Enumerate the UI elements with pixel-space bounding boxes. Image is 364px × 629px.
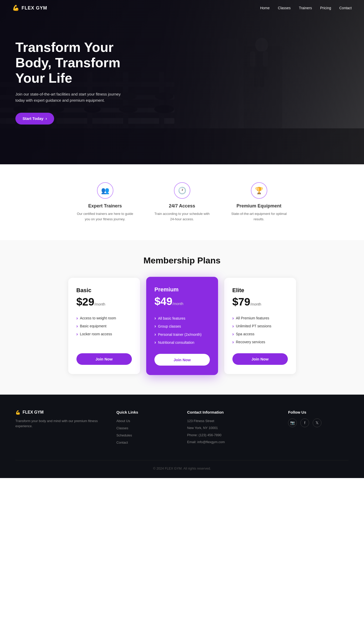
- nav-links: HomeClassesTrainersPricingContact: [260, 6, 352, 10]
- plan-price: $79/month: [232, 296, 288, 308]
- footer-logo: 💪 FLEX GYM: [15, 410, 106, 415]
- plan-amount: $79: [232, 296, 250, 308]
- footer-address2: New York, NY 10001: [187, 425, 278, 431]
- features-section: 👥 Expert Trainers Our certified trainers…: [0, 164, 364, 240]
- hero-cta-label: Start Today: [23, 116, 43, 121]
- join-now-button-basic[interactable]: Join Now: [76, 353, 132, 365]
- plan-price: $49/month: [154, 295, 210, 308]
- plan-feature: Group classes: [154, 322, 210, 330]
- feature-item: 🕐 24/7 Access Train according to your sc…: [154, 182, 210, 222]
- twitter-icon[interactable]: 𝕏: [313, 418, 321, 427]
- plan-features-list: Access to weight roomBasic equipmentLock…: [76, 314, 132, 346]
- nav-link-pricing[interactable]: Pricing: [320, 6, 331, 10]
- hero-content: Transform Your Body, Transform Your Life…: [0, 40, 154, 124]
- copyright-text: © 2024 FLEX GYM. All rights reserved.: [153, 466, 211, 470]
- plan-feature: Unlimited PT sessions: [232, 322, 288, 330]
- plan-features-list: All basic featuresGroup classesPersonal …: [154, 314, 210, 346]
- footer-link-item: Classes: [116, 426, 177, 430]
- plan-amount: $29: [76, 296, 94, 308]
- footer-social-col: Follow Us 📷 f 𝕏: [288, 410, 349, 447]
- footer-links-title: Quick Links: [116, 410, 177, 414]
- brand-name: FLEX GYM: [22, 5, 47, 11]
- plan-name: Basic: [76, 287, 132, 294]
- plan-feature: Recovery services: [232, 338, 288, 346]
- footer-address1: 123 Fitness Street: [187, 418, 278, 424]
- plan-name: Premium: [154, 286, 210, 293]
- feature-icon-wrap: 👥: [97, 182, 113, 199]
- feature-item: 🏆 Premium Equipment State-of-the-art equ…: [231, 182, 287, 222]
- plan-features-list: All Premium featuresUnlimited PT session…: [232, 314, 288, 346]
- plan-feature: All basic features: [154, 314, 210, 322]
- plan-period: /month: [172, 302, 183, 306]
- plan-feature: Access to weight room: [76, 314, 132, 322]
- footer-link-classes[interactable]: Classes: [116, 426, 128, 430]
- plan-card-elite: Elite $79/month All Premium featuresUnli…: [224, 278, 296, 374]
- footer-brand-col: 💪 FLEX GYM Transform your body and mind …: [15, 410, 106, 447]
- footer-link-item: About Us: [116, 418, 177, 423]
- feature-item: 👥 Expert Trainers Our certified trainers…: [77, 182, 133, 222]
- logo-icon: 💪: [12, 5, 19, 11]
- feature-desc: State-of-the-art equipment for optimal r…: [231, 211, 287, 222]
- nav-link-contact[interactable]: Contact: [339, 6, 352, 10]
- footer-brand-name: FLEX GYM: [23, 410, 44, 415]
- footer: 💪 FLEX GYM Transform your body and mind …: [0, 395, 364, 478]
- footer-links-col: Quick Links About UsClassesSchedulesCont…: [116, 410, 177, 447]
- feature-icon-wrap: 🕐: [174, 182, 190, 199]
- plan-name: Elite: [232, 287, 288, 294]
- footer-quick-links: About UsClassesSchedulesContact: [116, 418, 177, 445]
- equipment-icon: 🏆: [255, 187, 263, 195]
- hero-subtitle: Join our state-of-the-art facilities and…: [15, 91, 123, 103]
- access-icon: 🕐: [178, 187, 186, 195]
- join-now-button-premium[interactable]: Join Now: [154, 354, 210, 366]
- plan-feature: Personal trainer (2x/month): [154, 330, 210, 338]
- nav-link-classes[interactable]: Classes: [278, 6, 291, 10]
- footer-contact-col: Contact Information 123 Fitness Street N…: [187, 410, 278, 447]
- feature-icon-wrap: 🏆: [251, 182, 267, 199]
- footer-logo-icon: 💪: [15, 410, 21, 415]
- plan-feature: Nutritional consultation: [154, 338, 210, 347]
- feature-title: 24/7 Access: [154, 203, 210, 209]
- nav-link-home[interactable]: Home: [260, 6, 270, 10]
- facebook-icon[interactable]: f: [300, 418, 309, 427]
- hero-title: Transform Your Body, Transform Your Life: [15, 40, 139, 86]
- plan-feature: All Premium features: [232, 314, 288, 322]
- footer-follow-title: Follow Us: [288, 410, 349, 414]
- plan-feature: Locker room access: [76, 330, 132, 338]
- arrow-icon: ›: [45, 116, 47, 121]
- feature-title: Expert Trainers: [77, 203, 133, 209]
- trainers-icon: 👥: [101, 187, 109, 195]
- footer-bottom: © 2024 FLEX GYM. All rights reserved.: [15, 460, 349, 470]
- navbar: 💪 FLEX GYM HomeClassesTrainersPricingCon…: [0, 0, 364, 16]
- footer-email: Email: info@flexgym.com: [187, 440, 278, 445]
- feature-desc: Train according to your schedule with 24…: [154, 211, 210, 222]
- instagram-icon[interactable]: 📷: [288, 418, 297, 427]
- plan-feature: Basic equipment: [76, 322, 132, 330]
- footer-contact-title: Contact Information: [187, 410, 278, 414]
- footer-social-links: 📷 f 𝕏: [288, 418, 349, 427]
- plans-grid: Basic $29/month Access to weight roomBas…: [67, 278, 298, 374]
- footer-phone: Phone: (123) 456-7890: [187, 433, 278, 438]
- feature-desc: Our certified trainers are here to guide…: [77, 211, 133, 222]
- footer-grid: 💪 FLEX GYM Transform your body and mind …: [15, 410, 349, 447]
- plan-card-basic: Basic $29/month Access to weight roomBas…: [68, 278, 140, 374]
- footer-link-about-us[interactable]: About Us: [116, 419, 130, 423]
- feature-title: Premium Equipment: [231, 203, 287, 209]
- plan-card-premium: Premium $49/month All basic featuresGrou…: [146, 277, 218, 375]
- footer-link-schedules[interactable]: Schedules: [116, 433, 132, 437]
- plan-period: /month: [250, 302, 261, 306]
- plan-price: $29/month: [76, 296, 132, 308]
- footer-brand-desc: Transform your body and mind with our pr…: [15, 418, 106, 429]
- footer-link-item: Contact: [116, 440, 177, 445]
- join-now-button-elite[interactable]: Join Now: [232, 353, 288, 365]
- hero-section: Transform Your Body, Transform Your Life…: [0, 0, 364, 164]
- membership-title: Membership Plans: [10, 255, 354, 265]
- membership-section: Membership Plans Basic $29/month Access …: [0, 240, 364, 395]
- nav-link-trainers[interactable]: Trainers: [299, 6, 312, 10]
- footer-link-item: Schedules: [116, 433, 177, 437]
- footer-link-contact[interactable]: Contact: [116, 441, 128, 444]
- nav-logo[interactable]: 💪 FLEX GYM: [12, 5, 47, 11]
- plan-period: /month: [94, 302, 105, 306]
- plan-amount: $49: [154, 295, 172, 307]
- plan-feature: Spa access: [232, 330, 288, 338]
- hero-cta-button[interactable]: Start Today ›: [15, 113, 54, 125]
